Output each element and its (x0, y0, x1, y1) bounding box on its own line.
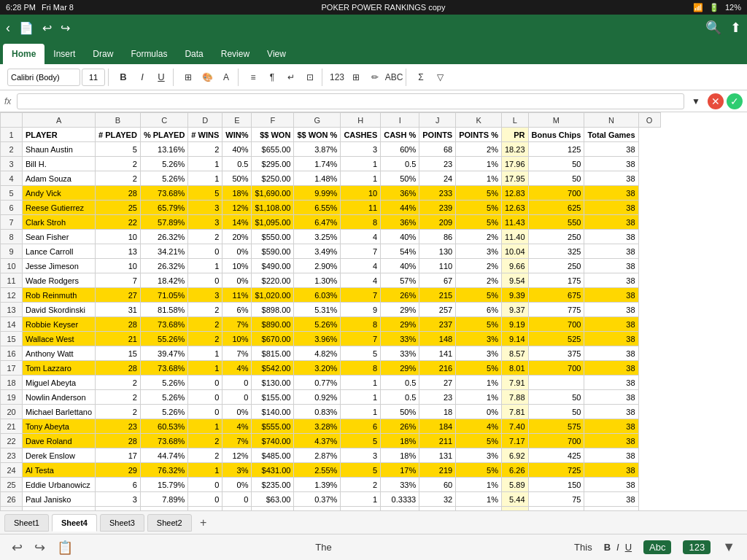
cell-E-15[interactable]: 10% (222, 332, 252, 346)
cell-I-11[interactable]: 57% (381, 273, 419, 288)
col-header-C[interactable]: C (140, 113, 187, 128)
back-icon[interactable]: ‹ (6, 20, 10, 36)
cell-L-8[interactable]: 11.40 (502, 230, 529, 244)
fill-color-icon[interactable]: 🎨 (198, 69, 216, 86)
cell-L-26[interactable]: 5.44 (502, 492, 529, 507)
cell-H-14[interactable]: 8 (341, 317, 381, 332)
cell-A-23[interactable]: Derek Enslow (23, 448, 96, 463)
cell-B-23[interactable]: 17 (96, 448, 141, 463)
cell-B-27[interactable]: 3 (96, 507, 141, 511)
cell-E-26[interactable]: 0 (222, 492, 252, 507)
cell-N-18[interactable]: 38 (584, 376, 638, 390)
cell-A-15[interactable]: Wallace West (23, 332, 96, 346)
cell-G-19[interactable]: 0.92% (294, 390, 341, 405)
cell-D-26[interactable]: 0 (188, 492, 222, 507)
cell-M-20[interactable]: 50 (528, 405, 584, 419)
cell-J-8[interactable]: 86 (419, 230, 456, 244)
cell-J-23[interactable]: 131 (419, 448, 456, 463)
cell-G-4[interactable]: 1.48% (294, 171, 341, 186)
cell-M-17[interactable]: 700 (528, 361, 584, 376)
cell-B-6[interactable]: 25 (96, 201, 141, 215)
cell-J-16[interactable]: 141 (419, 346, 456, 361)
cell-M-13[interactable]: 775 (528, 303, 584, 317)
cell-I-6[interactable]: 44% (381, 201, 419, 215)
header-cashes[interactable]: CASHES (341, 128, 381, 142)
cell-A-12[interactable]: Rob Reinmuth (23, 288, 96, 303)
cell-K-8[interactable]: 2% (456, 230, 502, 244)
header-won[interactable]: $$ WON (252, 128, 294, 142)
cell-A-13[interactable]: David Skordinski (23, 303, 96, 317)
cell-H-6[interactable]: 11 (341, 201, 381, 215)
sheet-tab-sheet1[interactable]: Sheet1 (4, 514, 49, 532)
cell-B-7[interactable]: 22 (96, 215, 141, 230)
cell-H-11[interactable]: 4 (341, 273, 381, 288)
cell-J-9[interactable]: 130 (419, 244, 456, 259)
cell-K-12[interactable]: 5% (456, 288, 502, 303)
cell-B-9[interactable]: 13 (96, 244, 141, 259)
header-win-pct[interactable]: WIN% (222, 128, 252, 142)
cell-N-17[interactable]: 38 (584, 361, 638, 376)
cell-D-17[interactable]: 1 (188, 361, 222, 376)
cell-L-9[interactable]: 10.04 (502, 244, 529, 259)
cell-A-24[interactable]: Al Testa (23, 463, 96, 478)
cell-E-19[interactable]: 0 (222, 390, 252, 405)
underline-format-button[interactable]: U (625, 542, 632, 553)
cell-C-8[interactable]: 26.32% (140, 230, 187, 244)
cell-F-4[interactable]: $250.00 (252, 171, 294, 186)
cell-N-15[interactable]: 38 (584, 332, 638, 346)
cell-C-24[interactable]: 76.32% (140, 463, 187, 478)
cell-H-23[interactable]: 3 (341, 448, 381, 463)
cell-C-2[interactable]: 13.16% (140, 142, 187, 157)
cell-N-11[interactable]: 38 (584, 273, 638, 288)
cell-B-20[interactable]: 2 (96, 405, 141, 419)
cell-B-25[interactable]: 6 (96, 478, 141, 492)
col-header-F[interactable]: F (252, 113, 294, 128)
cell-E-4[interactable]: 50% (222, 171, 252, 186)
cell-I-27[interactable]: 33% (381, 507, 419, 511)
cell-B-8[interactable]: 10 (96, 230, 141, 244)
cell-J-24[interactable]: 219 (419, 463, 456, 478)
cell-M-2[interactable]: 125 (528, 142, 584, 157)
cell-J-5[interactable]: 233 (419, 186, 456, 201)
cell-I-18[interactable]: 0.5 (381, 376, 419, 390)
cell-M-3[interactable]: 50 (528, 157, 584, 171)
cell-B-18[interactable]: 2 (96, 376, 141, 390)
formula-dropdown-icon[interactable]: ▼ (687, 93, 705, 110)
cell-M-27[interactable]: 75 (528, 507, 584, 511)
cell-M-19[interactable]: 50 (528, 390, 584, 405)
cell-C-15[interactable]: 55.26% (140, 332, 187, 346)
cell-A-9[interactable]: Lance Carroll (23, 244, 96, 259)
cell-H-26[interactable]: 1 (341, 492, 381, 507)
cell-B-24[interactable]: 29 (96, 463, 141, 478)
formula-confirm-button[interactable]: ✓ (727, 93, 743, 109)
cell-L-25[interactable]: 5.89 (502, 478, 529, 492)
cell-F-9[interactable]: $590.00 (252, 244, 294, 259)
cell-K-17[interactable]: 5% (456, 361, 502, 376)
sheet-tab-sheet3[interactable]: Sheet3 (100, 514, 144, 532)
font-name-input[interactable] (7, 69, 80, 86)
cell-I-20[interactable]: 50% (381, 405, 419, 419)
redo-icon[interactable]: ↪ (61, 21, 70, 35)
cell-K-5[interactable]: 5% (456, 186, 502, 201)
cell-A-16[interactable]: Anthony Watt (23, 346, 96, 361)
cell-M-11[interactable]: 175 (528, 273, 584, 288)
cell-C-4[interactable]: 5.26% (140, 171, 187, 186)
cell-L-2[interactable]: 18.23 (502, 142, 529, 157)
cell-D-2[interactable]: 2 (188, 142, 222, 157)
cell-K-10[interactable]: 2% (456, 259, 502, 273)
cell-N-12[interactable]: 38 (584, 288, 638, 303)
ribbon-tab-formulas[interactable]: Formulas (122, 44, 176, 64)
cell-H-19[interactable]: 1 (341, 390, 381, 405)
cell-I-10[interactable]: 40% (381, 259, 419, 273)
cell-A-20[interactable]: Michael Barlettano (23, 405, 96, 419)
cell-D-8[interactable]: 2 (188, 230, 222, 244)
cell-A-26[interactable]: Paul Janisko (23, 492, 96, 507)
ribbon-tab-review[interactable]: Review (212, 44, 258, 64)
cell-K-14[interactable]: 5% (456, 317, 502, 332)
col-header-K[interactable]: K (456, 113, 502, 128)
cell-B-26[interactable]: 3 (96, 492, 141, 507)
cell-A-11[interactable]: Wade Rodgers (23, 273, 96, 288)
cell-A-19[interactable]: Nowlin Anderson (23, 390, 96, 405)
cell-F-16[interactable]: $815.00 (252, 346, 294, 361)
cell-M-6[interactable]: 625 (528, 201, 584, 215)
